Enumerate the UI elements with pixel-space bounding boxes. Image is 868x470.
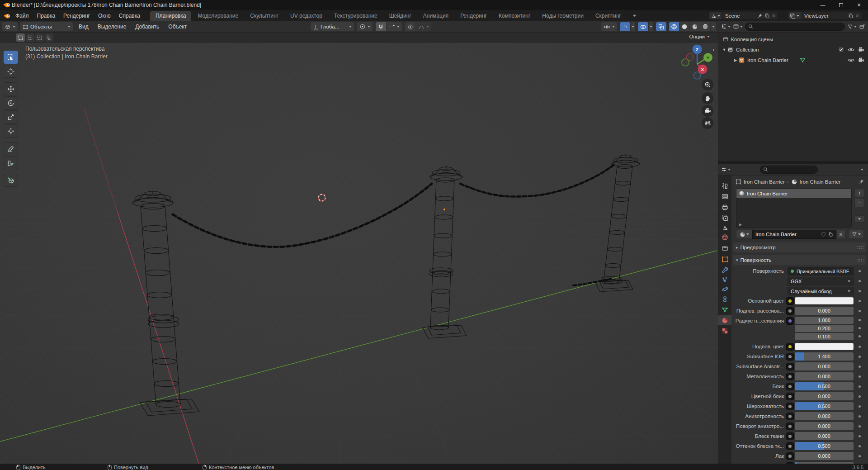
workspace-tab-layout[interactable]: Планировка <box>150 11 192 21</box>
slot-list-expand-icon[interactable]: ▶ <box>739 223 742 227</box>
outliner-filter-dropdown[interactable] <box>847 24 857 29</box>
sheen-tint-slider[interactable]: 0.500 <box>795 442 854 450</box>
navigation-gizmo[interactable]: Z Y X <box>679 43 717 81</box>
select-mode-set-button[interactable] <box>16 33 25 42</box>
base-color-swatch[interactable] <box>795 297 854 304</box>
menu-window[interactable]: Окно <box>94 10 115 22</box>
breadcrumb-material-name[interactable]: Iron Chain Barrier <box>800 179 841 185</box>
scene-name[interactable]: Scene <box>722 13 757 19</box>
select-mode-subtract-button[interactable] <box>35 33 44 42</box>
tab-scene-icon[interactable] <box>718 223 731 233</box>
render-visibility-camera-icon[interactable] <box>858 57 864 63</box>
socket-button[interactable] <box>786 383 794 390</box>
snap-target-dropdown[interactable] <box>387 22 402 31</box>
decorator-dot[interactable] <box>859 395 861 398</box>
workspace-tab-sculpting[interactable]: Скульптинг <box>245 11 284 21</box>
hide-eye-icon[interactable] <box>848 47 854 52</box>
subsurface-color-swatch[interactable] <box>795 343 854 350</box>
pin-id-icon[interactable] <box>859 179 864 185</box>
decorator-dot[interactable] <box>859 375 861 378</box>
decorator-dot[interactable] <box>859 300 861 302</box>
decorator-dot[interactable] <box>859 366 861 368</box>
exclude-checkbox[interactable] <box>838 47 844 52</box>
overlays-toggle[interactable] <box>638 22 648 31</box>
tab-physics-icon[interactable] <box>718 284 731 294</box>
socket-button[interactable] <box>786 393 794 400</box>
outliner-editor-type-dropdown[interactable] <box>721 24 731 29</box>
outliner-row-scene-collection[interactable]: Коллекция сцены <box>718 34 868 44</box>
maximize-icon[interactable] <box>832 0 850 10</box>
socket-button[interactable] <box>786 317 794 325</box>
decorator-dot[interactable] <box>859 415 861 418</box>
expand-arrow-icon[interactable]: ▼ <box>722 47 727 52</box>
tab-modifiers-icon[interactable] <box>718 265 731 275</box>
surface-shader-button[interactable]: Принципиальный BSDF <box>788 267 854 275</box>
new-collection-button[interactable] <box>859 24 865 29</box>
tool-annotate-button[interactable] <box>4 142 18 155</box>
tool-measure-button[interactable] <box>4 156 18 169</box>
workspace-tab-animation[interactable]: Анимация <box>418 11 454 21</box>
material-name-field[interactable]: Iron Chain Barrier <box>752 230 836 239</box>
workspace-tab-modeling[interactable]: Моделирование <box>192 11 244 21</box>
tab-output-icon[interactable] <box>718 202 731 212</box>
tab-viewlayer-icon[interactable] <box>718 213 731 223</box>
decorator-dot[interactable] <box>859 405 861 408</box>
workspace-tab-add[interactable]: + <box>627 11 642 21</box>
copy-icon[interactable] <box>764 13 770 19</box>
remove-material-slot-button[interactable]: − <box>854 198 864 207</box>
decorator-dot[interactable] <box>859 280 861 282</box>
socket-button[interactable] <box>786 307 794 315</box>
gizmos-toggle[interactable] <box>620 22 630 31</box>
breadcrumb-material-icon[interactable] <box>791 179 797 185</box>
distribution-dropdown[interactable]: GGX <box>788 277 854 285</box>
menu-help[interactable]: Справка <box>115 10 144 22</box>
metallic-slider[interactable]: 0.000 <box>795 372 854 380</box>
xray-toggle[interactable] <box>656 22 666 31</box>
panel-surface[interactable]: ▾ Поверхность <box>733 255 866 265</box>
zoom-view-icon[interactable] <box>702 79 713 90</box>
socket-button[interactable] <box>786 373 794 380</box>
sheen-slider[interactable]: 0.000 <box>795 432 854 440</box>
pan-view-icon[interactable] <box>702 92 713 104</box>
workspace-tab-rendering[interactable]: Рендеринг <box>455 11 492 21</box>
socket-button[interactable] <box>786 363 794 370</box>
outliner-row-object[interactable]: ▶ Iron Chain Barrier <box>718 55 868 65</box>
outliner-search-input[interactable] <box>745 23 845 31</box>
socket-button[interactable] <box>786 297 794 305</box>
add-material-slot-button[interactable]: + <box>854 188 864 197</box>
workspace-tab-shading[interactable]: Шейдинг <box>384 11 417 21</box>
pivot-point-dropdown[interactable] <box>357 22 373 31</box>
select-mode-intersect-button[interactable] <box>45 33 53 42</box>
viewport-menu-view[interactable]: Вид <box>75 22 92 31</box>
panel-drag-grip[interactable] <box>857 258 863 262</box>
decorator-dot[interactable] <box>859 310 861 312</box>
render-visibility-camera-icon[interactable] <box>858 47 864 52</box>
radius-x-field[interactable]: 1.000 <box>795 317 854 324</box>
copy-icon[interactable] <box>848 13 854 19</box>
viewport-menu-add[interactable]: Добавить <box>132 22 162 31</box>
blender-menu-icon[interactable] <box>3 13 10 19</box>
socket-button[interactable] <box>786 353 794 361</box>
proportional-falloff-dropdown[interactable] <box>416 22 431 31</box>
panel-preview[interactable]: ▸ Предпросмотр <box>733 242 866 252</box>
properties-editor-type-dropdown[interactable] <box>721 166 731 172</box>
socket-button[interactable] <box>786 413 794 420</box>
specular-tint-slider[interactable]: 0.000 <box>795 392 854 400</box>
socket-button[interactable] <box>786 423 794 430</box>
tab-tool-icon[interactable] <box>718 181 731 191</box>
workspace-tab-geometry-nodes[interactable]: Ноды геометрии <box>537 11 589 21</box>
tab-particles-icon[interactable] <box>718 275 731 285</box>
scene-icon[interactable] <box>709 12 722 19</box>
subsurface-slider[interactable]: 0.000 <box>795 307 854 315</box>
decorator-dot[interactable] <box>859 356 861 358</box>
material-slot-list[interactable]: Iron Chain Barrier ▶ <box>736 188 852 228</box>
viewlayer-name[interactable]: ViewLayer <box>801 13 848 19</box>
tab-object-icon[interactable] <box>718 254 731 264</box>
anisotropic-slider[interactable]: 0.000 <box>795 412 854 420</box>
browse-material-dropdown[interactable] <box>736 230 752 239</box>
fake-user-shield-icon[interactable] <box>821 232 826 237</box>
panel-drag-grip[interactable] <box>857 246 863 249</box>
workspace-tab-compositing[interactable]: Композитинг <box>493 11 536 21</box>
decorator-dot[interactable] <box>859 385 861 388</box>
shading-material-button[interactable] <box>690 22 700 31</box>
